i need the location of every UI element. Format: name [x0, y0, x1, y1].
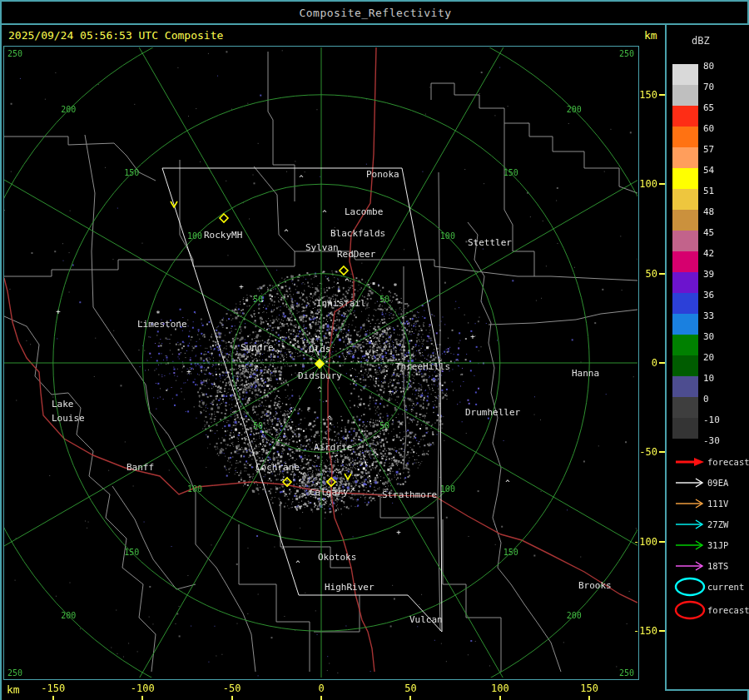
legend-item-forecast-0[interactable]: forecast — [676, 457, 749, 467]
city-label-didsbury: Didsbury — [298, 370, 342, 381]
cell-ellipse-icon — [676, 578, 704, 595]
colorbar-value: 65 — [703, 102, 714, 113]
city-label-threehills: ThreeHills — [395, 361, 450, 372]
range-ring-label: 200 — [567, 105, 582, 114]
colorbar-value: 10 — [703, 373, 714, 384]
city-label-reddeer: RedDeer — [337, 249, 376, 260]
obs-marker: ^ — [327, 415, 332, 423]
county-boundary — [468, 222, 561, 672]
colorbar-swatch-60 — [672, 127, 698, 147]
city-label-airdrie: Airdrie — [314, 442, 352, 453]
colorbar-value: 70 — [703, 82, 714, 92]
bottom-axis-tick-label: 150 — [580, 683, 598, 694]
range-ring — [2, 2, 665, 679]
legend-item-forecast-7[interactable]: forecast — [676, 602, 749, 618]
right-axis-tick-label: -150 — [633, 625, 657, 637]
county-boundary — [489, 310, 637, 325]
legend-label: current — [707, 582, 744, 592]
right-distance-axis: 150100500-50-100-150 — [638, 46, 665, 678]
city-label-highriver: HighRiver — [325, 582, 374, 593]
obs-marker: * — [156, 310, 160, 318]
legend-label: 18TS — [707, 561, 728, 571]
panel-bottom-border — [665, 689, 749, 691]
range-ring-label: 250 — [7, 668, 22, 678]
colorbar-swatch-20 — [672, 355, 698, 376]
county-boundary — [4, 166, 295, 276]
obs-marker: ^ — [345, 277, 350, 285]
city-label-lacombe: Lacombe — [345, 206, 383, 217]
colorbar-value: 80 — [703, 61, 714, 72]
colorbar-swatch-48 — [672, 210, 698, 231]
colorbar-swatch-0 — [672, 397, 698, 418]
bottom-axis-tick — [231, 696, 233, 700]
colorbar-swatch-54 — [672, 168, 698, 189]
bottom-axis-tick — [499, 696, 501, 700]
colorbar-value: 36 — [703, 290, 714, 300]
range-ring-label: 100 — [440, 231, 455, 241]
bottom-axis-unit-label: km — [7, 683, 20, 696]
colorbar-value: 42 — [703, 248, 714, 259]
site-marker — [340, 266, 348, 275]
right-axis-tick — [659, 630, 665, 632]
legend-item-current-6[interactable]: current — [676, 578, 744, 595]
bottom-axis-tick-label: 100 — [491, 683, 509, 694]
bottom-axis-tick-label: -150 — [41, 683, 65, 694]
range-ring-label: 50 — [379, 295, 389, 304]
city-label-calgary: Calgary — [310, 487, 349, 498]
city-label-banff: Banff — [126, 462, 154, 473]
azimuth-line — [95, 363, 322, 679]
city-label-limestone: Limestone — [137, 319, 187, 330]
bottom-axis-tick-label: -50 — [223, 683, 241, 694]
legend-item-18TS-5[interactable]: 18TS — [676, 561, 728, 571]
colorbar-swatch-42 — [672, 251, 698, 272]
county-boundary — [268, 52, 295, 201]
obs-marker: ^ — [322, 209, 327, 217]
colorbar-value: 51 — [703, 186, 714, 196]
city-label-louise: Louise — [52, 413, 85, 424]
range-ring-label: 250 — [619, 49, 634, 58]
city-label-stettler: Stettler — [468, 237, 512, 248]
legend-item-09EA-1[interactable]: 09EA — [676, 478, 729, 488]
obs-marker: * — [393, 282, 397, 290]
colorbar-swatch-65 — [672, 106, 698, 127]
city-label-lake: Lake — [52, 399, 74, 410]
legend-item-111V-2[interactable]: 111V — [676, 499, 729, 509]
colorbar-value: 39 — [703, 269, 714, 280]
bottom-axis-tick-label: 50 — [404, 683, 416, 694]
colorbar-value: 30 — [703, 331, 714, 342]
right-axis-tick-label: 50 — [646, 268, 657, 280]
colorbar-swatch-57 — [672, 147, 698, 168]
colorbar-swatch-70 — [672, 85, 698, 106]
right-axis-tick-label: -50 — [639, 446, 657, 458]
forecast-arrow-head — [694, 458, 704, 466]
range-ring-label: 50 — [253, 295, 263, 304]
colorbar-value: -10 — [703, 415, 720, 425]
right-axis-tick — [659, 273, 665, 275]
right-axis-tick — [659, 362, 665, 364]
range-ring-label: 200 — [567, 611, 582, 620]
city-label-brooks: Brooks — [578, 580, 612, 591]
right-axis-tick-label: 0 — [652, 357, 657, 369]
colorbar-value: 20 — [703, 352, 714, 363]
right-axis-tick — [659, 541, 665, 543]
colorbar-swatch-45 — [672, 231, 698, 251]
bottom-axis-tick — [320, 696, 322, 700]
county-boundary — [4, 316, 156, 672]
obs-marker: + — [239, 282, 244, 290]
legend-item-31JP-4[interactable]: 31JP — [676, 540, 728, 550]
colorbar-swatch-80 — [672, 64, 698, 85]
city-label-innisfail: Innisfail — [316, 298, 366, 309]
colorbar-value: -30 — [703, 435, 720, 446]
legend-label: forecast — [707, 605, 749, 615]
colorbar-value: 48 — [703, 206, 714, 217]
range-ring-label: 150 — [124, 548, 139, 557]
county-boundary — [438, 172, 440, 631]
legend-label: 09EA — [707, 478, 729, 488]
colorbar-swatch-39 — [672, 272, 698, 293]
city-label-hanna: Hanna — [572, 368, 599, 379]
colorbar-title: dBZ — [692, 35, 710, 47]
right-axis-tick — [659, 94, 665, 96]
legend-item-27ZW-3[interactable]: 27ZW — [676, 519, 729, 529]
azimuth-line — [95, 2, 322, 363]
obs-marker: + — [388, 387, 393, 395]
